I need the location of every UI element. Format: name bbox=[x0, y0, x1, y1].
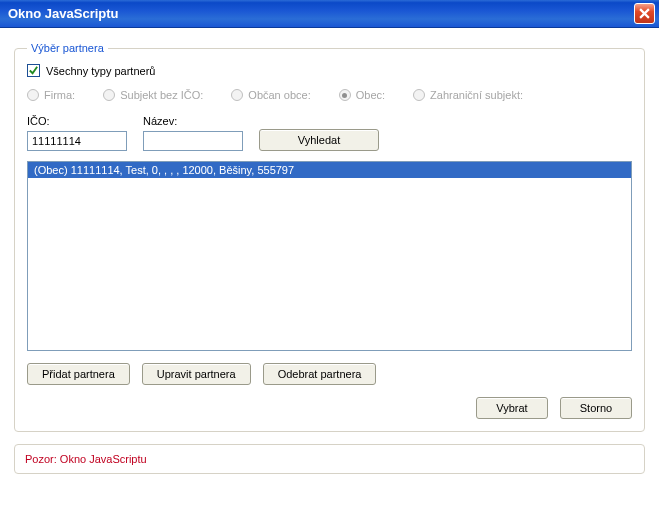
title-bar: Okno JavaScriptu bbox=[0, 0, 659, 28]
nazev-label: Název: bbox=[143, 115, 243, 127]
nazev-input[interactable] bbox=[143, 131, 243, 151]
partner-actions-row: Přidat partnera Upravit partnera Odebrat… bbox=[27, 363, 632, 385]
partner-selection-group: Výběr partnera Všechny typy partnerů Fir… bbox=[14, 42, 645, 432]
warning-text: Pozor: Okno JavaScriptu bbox=[25, 453, 147, 465]
radio-firma[interactable]: Firma: bbox=[27, 89, 75, 101]
select-button[interactable]: Vybrat bbox=[476, 397, 548, 419]
radio-label: Zahraniční subjekt: bbox=[430, 89, 523, 101]
close-button[interactable] bbox=[634, 3, 655, 24]
search-fields-row: IČO: Název: Vyhledat bbox=[27, 115, 632, 151]
window-content: Výběr partnera Všechny typy partnerů Fir… bbox=[0, 28, 659, 510]
cancel-button[interactable]: Storno bbox=[560, 397, 632, 419]
radio-icon bbox=[103, 89, 115, 101]
radio-zahranicni[interactable]: Zahraniční subjekt: bbox=[413, 89, 523, 101]
close-icon bbox=[639, 8, 650, 19]
radio-obec[interactable]: Obec: bbox=[339, 89, 385, 101]
radio-label: Obec: bbox=[356, 89, 385, 101]
nazev-field-wrap: Název: bbox=[143, 115, 243, 151]
radio-label: Firma: bbox=[44, 89, 75, 101]
all-types-checkbox[interactable] bbox=[27, 64, 40, 77]
radio-icon bbox=[339, 89, 351, 101]
all-types-row: Všechny typy partnerů bbox=[27, 64, 632, 77]
all-types-label: Všechny typy partnerů bbox=[46, 65, 155, 77]
ico-field-wrap: IČO: bbox=[27, 115, 127, 151]
results-listbox[interactable]: (Obec) 11111114, Test, 0, , , , 12000, B… bbox=[27, 161, 632, 351]
radio-icon bbox=[231, 89, 243, 101]
add-partner-button[interactable]: Přidat partnera bbox=[27, 363, 130, 385]
radio-icon bbox=[27, 89, 39, 101]
search-button[interactable]: Vyhledat bbox=[259, 129, 379, 151]
check-icon bbox=[28, 65, 39, 76]
remove-partner-button[interactable]: Odebrat partnera bbox=[263, 363, 377, 385]
radio-icon bbox=[413, 89, 425, 101]
warning-box: Pozor: Okno JavaScriptu bbox=[14, 444, 645, 474]
group-legend: Výběr partnera bbox=[27, 42, 108, 54]
dialog-buttons-row: Vybrat Storno bbox=[27, 397, 632, 419]
list-item[interactable]: (Obec) 11111114, Test, 0, , , , 12000, B… bbox=[28, 162, 631, 178]
edit-partner-button[interactable]: Upravit partnera bbox=[142, 363, 251, 385]
ico-input[interactable] bbox=[27, 131, 127, 151]
window-title: Okno JavaScriptu bbox=[8, 6, 119, 21]
ico-label: IČO: bbox=[27, 115, 127, 127]
radio-obcan-obce[interactable]: Občan obce: bbox=[231, 89, 310, 101]
radio-label: Subjekt bez IČO: bbox=[120, 89, 203, 101]
radio-label: Občan obce: bbox=[248, 89, 310, 101]
radio-subjekt-bez-ico[interactable]: Subjekt bez IČO: bbox=[103, 89, 203, 101]
partner-type-radios: Firma: Subjekt bez IČO: Občan obce: Obec… bbox=[27, 89, 632, 101]
